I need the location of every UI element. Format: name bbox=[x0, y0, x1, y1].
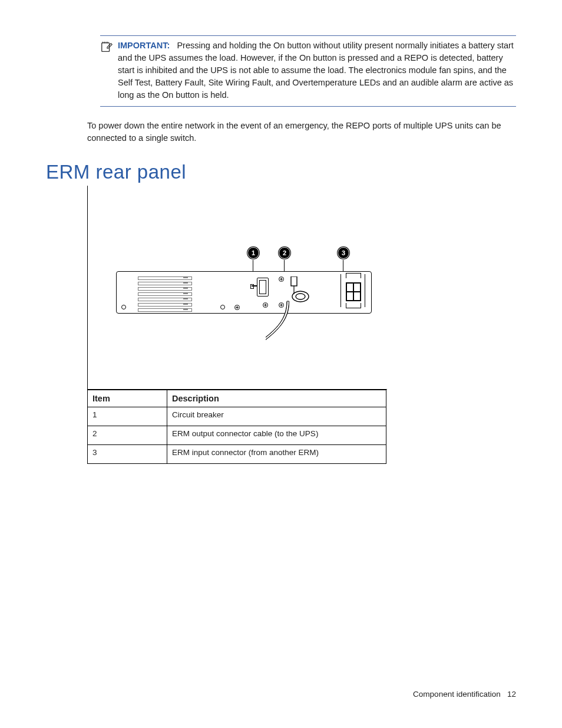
notepad-icon bbox=[100, 39, 118, 56]
svg-rect-1 bbox=[291, 276, 297, 286]
important-text: IMPORTANT: Pressing and holding the On b… bbox=[118, 39, 516, 101]
table-header-row: Item Description bbox=[88, 390, 386, 407]
erm-rear-panel-figure: 1 2 3 bbox=[87, 186, 387, 390]
vent-grille bbox=[138, 276, 192, 304]
erm-output-connector bbox=[290, 276, 316, 308]
screw-icon bbox=[263, 302, 268, 308]
footer-page-number: 12 bbox=[507, 690, 516, 699]
table-cell-desc: Circuit breaker bbox=[167, 407, 386, 426]
screw-icon bbox=[279, 302, 284, 308]
table-cell-item: 1 bbox=[88, 407, 167, 426]
table-cell-item: 2 bbox=[88, 426, 167, 445]
body-paragraph: To power down the entire network in the … bbox=[87, 120, 516, 144]
important-callout: IMPORTANT: Pressing and holding the On b… bbox=[100, 35, 516, 107]
table-cell-desc: ERM input connector (from another ERM) bbox=[167, 445, 386, 464]
page-footer: Component identification 12 bbox=[413, 690, 516, 699]
svg-rect-0 bbox=[102, 43, 110, 52]
erm-chassis bbox=[116, 271, 372, 314]
table-row: 1 Circuit breaker bbox=[88, 407, 386, 426]
figure-marker-2: 2 bbox=[279, 247, 290, 259]
parts-table: Item Description 1 Circuit breaker 2 ERM… bbox=[87, 390, 386, 464]
screw-icon bbox=[279, 276, 284, 282]
svg-point-2 bbox=[292, 291, 309, 302]
table-row: 2 ERM output connector cable (to the UPS… bbox=[88, 426, 386, 445]
figure-marker-3: 3 bbox=[338, 247, 349, 259]
erm-input-connector bbox=[340, 274, 365, 307]
table-row: 3 ERM input connector (from another ERM) bbox=[88, 445, 386, 464]
figure-marker-1: 1 bbox=[247, 247, 259, 259]
important-label: IMPORTANT: bbox=[118, 41, 170, 50]
important-body: Pressing and holding the On button witho… bbox=[118, 41, 514, 100]
table-cell-item: 3 bbox=[88, 445, 167, 464]
table-cell-desc: ERM output connector cable (to the UPS) bbox=[167, 426, 386, 445]
circuit-breaker bbox=[257, 278, 269, 297]
table-header-item: Item bbox=[88, 390, 167, 407]
screw-icon bbox=[234, 305, 240, 310]
page: IMPORTANT: Pressing and holding the On b… bbox=[0, 0, 562, 728]
svg-point-3 bbox=[296, 294, 305, 299]
footer-section: Component identification bbox=[413, 690, 501, 699]
table-header-description: Description bbox=[167, 390, 386, 407]
section-heading: ERM rear panel bbox=[46, 161, 516, 183]
figure-container: 1 2 3 bbox=[87, 186, 516, 464]
